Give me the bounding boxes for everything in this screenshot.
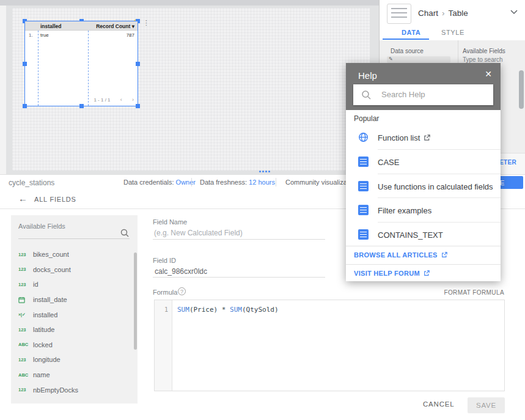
fields-list: 123bikes_count 123docks_count 123id inst… [11, 247, 138, 397]
table-chart-widget[interactable]: installed Record Count ▾ 1. true 787 1 -… [24, 21, 138, 106]
article-icon [358, 229, 369, 240]
help-search-box[interactable]: Search Help [353, 84, 493, 105]
tab-style[interactable]: STYLE [441, 29, 464, 36]
chart-breadcrumb[interactable]: Chart›Table [418, 9, 468, 18]
number-type-icon: 123 [18, 327, 33, 333]
table-pagination: 1 - 1 / 1 ‹ › [85, 97, 134, 103]
panel-scrollbar[interactable] [519, 70, 524, 109]
active-tab-underline [383, 39, 429, 40]
help-item-label: Use functions in calculated fields [378, 182, 493, 191]
chevron-down-icon[interactable] [510, 10, 518, 15]
back-arrow-icon[interactable]: ← [18, 193, 28, 204]
field-item[interactable]: 123latitude [11, 322, 138, 337]
input-underline [153, 277, 325, 278]
help-circle-icon[interactable]: ? [178, 287, 186, 295]
help-item-contains-text[interactable]: CONTAINS_TEXT [378, 222, 501, 246]
format-formula-link[interactable]: FORMAT FORMULA [444, 289, 504, 296]
divider [276, 178, 276, 186]
selection-handle[interactable] [23, 104, 27, 108]
field-item[interactable]: 123docks_count [11, 262, 138, 278]
data-source-chip[interactable]: ✎ [387, 56, 450, 63]
help-item-function-list[interactable]: Function list [346, 125, 501, 149]
help-item-filter-examples[interactable]: Filter examples [378, 197, 501, 221]
field-item[interactable]: ABCname [11, 367, 138, 383]
help-search-input[interactable]: Search Help [381, 90, 425, 99]
properties-header: Chart›Table [380, 0, 525, 27]
calendar-type-icon [18, 297, 33, 303]
table-row: 1. true 787 [25, 31, 138, 39]
fields-scrollbar[interactable] [134, 252, 137, 350]
external-link-icon [424, 134, 430, 141]
field-name-input[interactable]: (e.g. New Calculated Field) [154, 229, 243, 237]
help-item-use-functions[interactable]: Use functions in calculated fields [378, 174, 501, 197]
field-item[interactable]: install_date [11, 292, 138, 308]
text-type-icon: ABC [18, 372, 33, 378]
data-source-label: Data source [391, 48, 424, 54]
external-link-icon [424, 270, 430, 276]
report-page[interactable]: ⚡⋮ installed Record Count ▾ [12, 8, 370, 171]
search-underline [18, 238, 130, 239]
article-icon [358, 157, 369, 167]
selection-handle[interactable] [23, 62, 27, 66]
field-name-label: Field Name [153, 218, 187, 226]
canvas-left-strip [0, 6, 6, 174]
credentials-owner-link[interactable]: Owner [176, 179, 196, 186]
properties-tabbar: DATA STYLE [380, 27, 525, 40]
breadcrumb-separator: › [442, 9, 445, 18]
field-item[interactable]: 123bikes_count [11, 247, 138, 262]
line-number: 1 [164, 306, 168, 313]
field-id-input[interactable]: calc_986cxr0ldc [155, 267, 207, 276]
selection-handle[interactable] [136, 62, 140, 66]
freshness-value-link[interactable]: 12 hours [249, 179, 275, 186]
column-header-installed[interactable]: installed [40, 23, 61, 29]
row-number: 1. [29, 32, 33, 38]
help-item-label: Function list [378, 133, 430, 142]
prev-page-icon[interactable]: ‹ [120, 97, 122, 103]
chart-type-thumbnail-icon[interactable] [387, 4, 411, 24]
number-type-icon: 123 [18, 267, 33, 272]
divider [191, 178, 192, 186]
field-item[interactable]: 123longitude [11, 352, 138, 367]
sort-desc-icon: ▾ [132, 23, 134, 29]
table-header-row: installed Record Count ▾ [25, 21, 138, 31]
pencil-icon[interactable]: ✎ [389, 56, 393, 62]
selection-handle[interactable] [136, 104, 140, 108]
boolean-type-icon: ×|✓ [18, 312, 33, 317]
cell-record-count: 787 [127, 32, 134, 38]
selection-handle[interactable] [79, 104, 84, 108]
field-item[interactable]: ×|✓installed [11, 307, 138, 322]
more-vert-icon[interactable]: ⋮ [143, 19, 155, 26]
field-item[interactable]: 123id [11, 277, 138, 292]
browse-all-articles-row[interactable]: BROWSE ALL ARTICLES [346, 246, 501, 264]
cancel-button[interactable]: CANCEL [423, 400, 454, 408]
help-panel: Help ✕ Search Help Popular Function list [346, 63, 501, 281]
close-icon[interactable]: ✕ [485, 69, 492, 79]
tab-data[interactable]: DATA [402, 29, 420, 36]
help-item-label: Filter examples [378, 206, 431, 215]
field-id-label: Field ID [153, 257, 176, 264]
data-source-name[interactable]: cycle_stations [9, 179, 54, 187]
number-type-icon: 123 [18, 282, 33, 287]
field-item[interactable]: 123nbEmptyDocks [11, 382, 138, 397]
field-item[interactable]: ABClocked [11, 337, 138, 353]
editor-gutter: 1 [155, 300, 172, 391]
visit-help-forum-link[interactable]: VISIT HELP FORUM [354, 270, 430, 277]
help-item-case[interactable]: CASE [378, 149, 501, 173]
help-items: Function list CASE Use functions in calc… [346, 125, 501, 246]
help-item-label: CONTAINS_TEXT [378, 230, 443, 240]
article-icon [358, 181, 369, 191]
search-icon[interactable] [120, 229, 129, 237]
all-fields-link[interactable]: ALL FIELDS [34, 196, 76, 203]
formula-code-editor[interactable]: 1 SUM(Price) * SUM(QtySold) [154, 300, 505, 391]
help-header: Help ✕ Search Help [346, 63, 501, 110]
formula-text[interactable]: SUM(Price) * SUM(QtySold) [177, 306, 279, 314]
browse-all-articles-link[interactable]: BROWSE ALL ARTICLES [354, 251, 447, 259]
report-canvas[interactable]: ⚡⋮ installed Record Count ▾ [0, 0, 379, 174]
save-button[interactable]: SAVE [468, 397, 505, 413]
column-header-record-count[interactable]: Record Count ▾ [96, 23, 134, 29]
available-fields-title: Available Fields [18, 223, 65, 230]
fields-search-input[interactable]: Type to search [463, 56, 503, 63]
next-page-icon[interactable]: › [132, 97, 134, 103]
drag-handle-dots-icon[interactable] [259, 171, 270, 172]
visit-help-forum-row[interactable]: VISIT HELP FORUM [346, 264, 501, 282]
